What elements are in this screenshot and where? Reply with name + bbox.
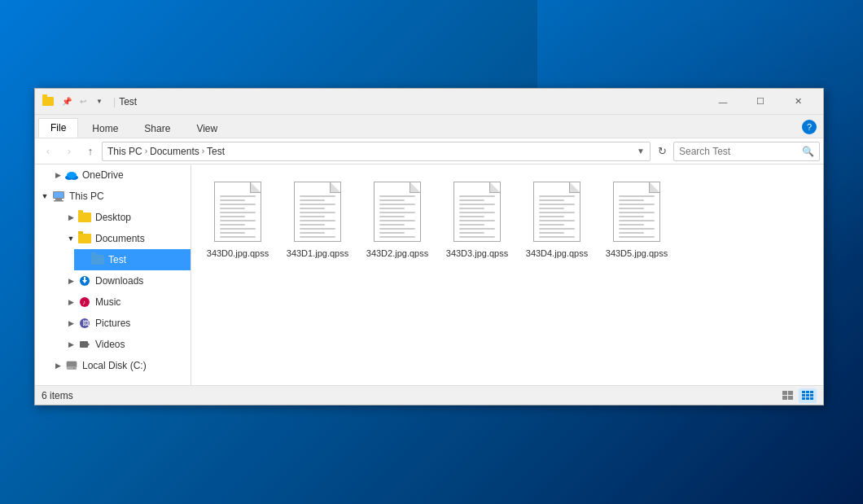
up-button[interactable]: ↑ — [81, 142, 100, 161]
large-icons-view-button[interactable] — [799, 388, 817, 403]
file-icon-1 — [291, 179, 344, 244]
svg-rect-14 — [80, 341, 88, 348]
music-label: Music — [95, 296, 120, 308]
quick-access-toolbar: 📌 ↩ ▼ — [59, 94, 107, 109]
qa-pin-button[interactable]: 📌 — [59, 94, 74, 109]
expand-documents[interactable]: ▼ — [64, 232, 77, 245]
file-item[interactable]: 343D2.jpg.qpss — [361, 174, 434, 264]
expand-music[interactable]: ▶ — [64, 296, 77, 309]
pictures-icon: 🖼 — [77, 317, 92, 330]
search-icon[interactable]: 🔍 — [802, 146, 814, 157]
this-pc-icon — [51, 190, 66, 203]
file-name-1: 343D1.jpg.qpss — [287, 248, 348, 259]
pictures-label: Pictures — [95, 318, 130, 329]
search-input[interactable] — [679, 146, 802, 157]
expand-onedrive[interactable]: ▶ — [51, 169, 64, 182]
svg-point-18 — [73, 367, 75, 369]
qa-dropdown-button[interactable]: ▼ — [92, 94, 107, 109]
minimize-button[interactable]: — — [704, 89, 742, 115]
status-bar: 6 items — [35, 385, 823, 405]
local-disk-icon — [64, 359, 79, 372]
svg-rect-9 — [84, 277, 85, 282]
music-icon: ♪ — [77, 296, 92, 309]
expand-downloads[interactable]: ▶ — [64, 274, 77, 287]
videos-icon — [77, 338, 92, 351]
qa-undo-button[interactable]: ↩ — [76, 94, 90, 109]
file-item[interactable]: 343D0.jpg.qpss — [201, 174, 274, 264]
expand-desktop[interactable]: ▶ — [64, 211, 77, 224]
file-name-3: 343D3.jpg.qpss — [446, 248, 508, 259]
path-dropdown-icon: ▼ — [637, 147, 645, 156]
file-item[interactable]: 343D3.jpg.qpss — [440, 174, 514, 264]
path-this-pc: This PC — [107, 146, 142, 157]
file-area: 343D0.jpg.qpss — [191, 164, 823, 385]
file-name-4: 343D4.jpg.qpss — [526, 248, 588, 259]
documents-icon — [77, 232, 92, 245]
close-button[interactable]: ✕ — [779, 89, 817, 115]
refresh-button[interactable]: ↻ — [652, 142, 672, 161]
sidebar-item-videos[interactable]: ▶ Videos — [61, 334, 191, 355]
file-name-5: 343D5.jpg.qpss — [606, 248, 668, 259]
svg-rect-23 — [802, 391, 805, 393]
sidebar-item-downloads[interactable]: ▶ Downloads — [61, 270, 191, 291]
svg-rect-29 — [802, 397, 805, 400]
svg-rect-21 — [782, 396, 787, 400]
sidebar-item-music[interactable]: ▶ ♪ Music — [61, 291, 191, 313]
sidebar-item-test[interactable]: Test — [74, 249, 191, 270]
view-buttons — [779, 388, 817, 403]
address-path[interactable]: This PC › Documents › Test ▼ — [102, 142, 651, 161]
file-item[interactable]: 343D4.jpg.qpss — [520, 174, 594, 264]
this-pc-label: This PC — [69, 191, 104, 202]
svg-rect-24 — [806, 391, 809, 393]
file-name-0: 343D0.jpg.qpss — [207, 248, 269, 259]
ribbon-tab-row: File Home Share View ? — [35, 115, 823, 138]
expand-pictures[interactable]: ▶ — [64, 317, 77, 330]
item-count: 6 items — [42, 390, 779, 401]
sidebar: ▶ OneDrive ▼ — [35, 164, 191, 385]
svg-text:♪: ♪ — [82, 299, 85, 306]
search-box[interactable]: 🔍 — [673, 142, 820, 161]
tab-home[interactable]: Home — [80, 119, 130, 138]
tab-file[interactable]: File — [38, 118, 78, 138]
forward-button[interactable]: › — [59, 142, 79, 161]
downloads-icon — [77, 274, 92, 287]
file-item[interactable]: 343D1.jpg.qpss — [281, 174, 354, 264]
svg-rect-17 — [67, 366, 77, 370]
expand-videos[interactable]: ▶ — [64, 338, 77, 351]
sidebar-item-onedrive[interactable]: ▶ OneDrive — [48, 164, 191, 186]
svg-rect-31 — [810, 397, 813, 400]
expand-local-disk[interactable]: ▶ — [51, 359, 64, 372]
sidebar-item-local-disk[interactable]: ▶ Local Disk (C:) — [48, 355, 191, 376]
path-test: Test — [207, 146, 225, 157]
svg-rect-19 — [782, 391, 787, 395]
desktop-label: Desktop — [95, 212, 131, 223]
help-button[interactable]: ? — [802, 120, 817, 134]
title-bar: 📌 ↩ ▼ | Test — ☐ ✕ — [35, 89, 823, 115]
sidebar-item-pictures[interactable]: ▶ 🖼 Pictures — [61, 313, 191, 334]
details-view-button[interactable] — [779, 388, 797, 403]
svg-rect-22 — [788, 396, 793, 400]
file-item[interactable]: 343D5.jpg.qpss — [600, 174, 673, 264]
path-documents: Documents — [150, 146, 199, 157]
expand-test[interactable] — [77, 253, 90, 266]
svg-rect-28 — [810, 394, 813, 397]
file-icon-3 — [451, 179, 503, 244]
svg-rect-27 — [806, 394, 809, 397]
sidebar-item-this-pc[interactable]: ▼ This PC — [35, 186, 191, 207]
svg-rect-5 — [55, 199, 62, 200]
svg-rect-20 — [788, 391, 793, 395]
address-bar: ‹ › ↑ This PC › Documents › Test ▼ ↻ 🔍 — [35, 138, 823, 164]
sidebar-item-desktop[interactable]: ▶ Desktop — [61, 207, 191, 228]
desktop-icon — [77, 211, 92, 224]
tab-view[interactable]: View — [184, 119, 230, 138]
back-button[interactable]: ‹ — [38, 142, 58, 161]
file-icon-4 — [531, 179, 583, 244]
expand-this-pc[interactable]: ▼ — [38, 190, 51, 203]
test-folder-icon — [90, 253, 105, 266]
videos-label: Videos — [95, 339, 125, 350]
sidebar-item-documents[interactable]: ▼ Documents — [61, 228, 191, 249]
svg-rect-26 — [802, 394, 805, 397]
maximize-button[interactable]: ☐ — [742, 89, 779, 115]
tab-share[interactable]: Share — [132, 119, 182, 138]
downloads-label: Downloads — [95, 275, 143, 287]
